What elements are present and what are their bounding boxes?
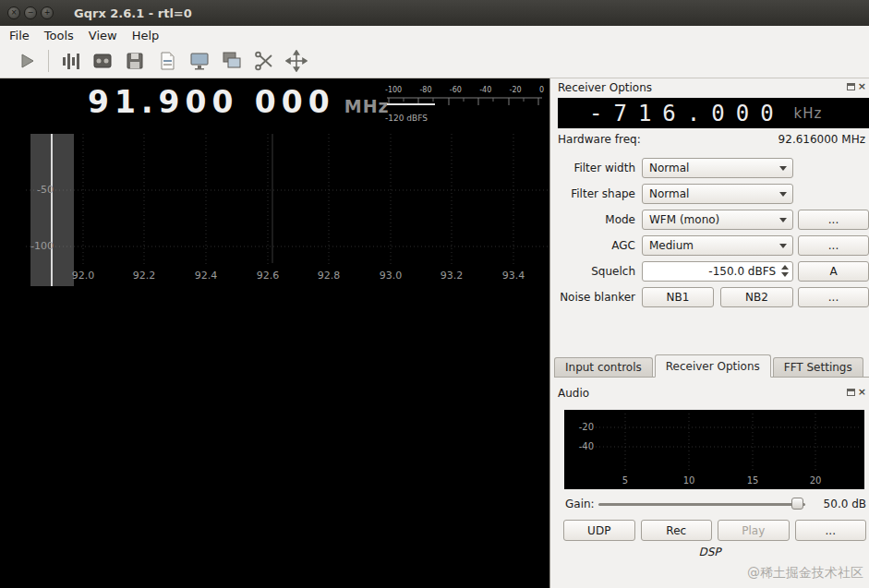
spectrum-grid bbox=[0, 134, 549, 286]
gain-row: Gain: 50.0 dB bbox=[565, 497, 866, 511]
squelch-label: Squelch bbox=[550, 265, 635, 278]
watermark: @稀土掘金技术社区 bbox=[747, 565, 863, 582]
maximize-button[interactable]: + bbox=[41, 6, 54, 19]
close-icon[interactable]: × bbox=[858, 82, 866, 90]
spectrum-plot[interactable]: -50 -100 92.0 92.2 92.4 92.6 92.8 93.0 9… bbox=[0, 134, 549, 286]
remote-control-button[interactable] bbox=[218, 48, 246, 74]
signal-meter-scale: -100 -80 -60 -40 -20 0 bbox=[385, 86, 544, 94]
mode-combo[interactable]: WFM (mono) bbox=[642, 210, 793, 230]
nb1-button[interactable]: NB1 bbox=[642, 287, 714, 307]
menubar: File Tools View Help bbox=[0, 26, 869, 44]
mode-value: WFM (mono) bbox=[649, 213, 719, 226]
filter-shape-combo[interactable]: Normal bbox=[642, 184, 793, 204]
udp-button[interactable]: UDP bbox=[563, 520, 635, 541]
offset-frequency-lcd[interactable]: -716.000 kHz bbox=[558, 98, 869, 128]
signal-meter: -100 -80 -60 -40 -20 0 -120 bbox=[385, 86, 544, 123]
tab-receiver-options[interactable]: Receiver Options bbox=[655, 354, 771, 378]
menu-view[interactable]: View bbox=[83, 27, 127, 44]
offset-frequency-unit: kHz bbox=[794, 105, 823, 122]
hardware-freq-row: Hardware freq: 92.616000 MHz bbox=[558, 133, 865, 146]
receiver-options-title: Receiver Options bbox=[558, 81, 652, 94]
chevron-down-icon bbox=[779, 192, 787, 197]
freq-tick-label: 92.6 bbox=[245, 270, 291, 282]
squelch-row: Squelch -150.0 dBFS A bbox=[550, 261, 869, 282]
mode-row: Mode WFM (mono) ... bbox=[550, 210, 869, 231]
freq-tick-label: 92.0 bbox=[60, 270, 106, 282]
slider-track[interactable] bbox=[598, 503, 805, 506]
agc-combo[interactable]: Medium bbox=[642, 235, 793, 256]
smeter-tick: 0 bbox=[539, 86, 544, 94]
window-title: Gqrx 2.6.1 - rtl=0 bbox=[74, 6, 192, 20]
screenshot-button[interactable] bbox=[186, 48, 213, 74]
slider-handle[interactable] bbox=[791, 498, 803, 510]
spinbox-arrows[interactable] bbox=[781, 265, 789, 277]
record-iq-button[interactable] bbox=[56, 48, 84, 74]
start-dsp-button[interactable] bbox=[13, 48, 41, 74]
noise-blanker-options-button[interactable]: ... bbox=[798, 287, 869, 307]
edit-button[interactable] bbox=[250, 48, 278, 74]
frequency-display[interactable]: 91.900 000 MHz bbox=[88, 84, 390, 120]
rec-button[interactable]: Rec bbox=[641, 520, 713, 541]
audio-options-button[interactable]: ... bbox=[795, 520, 867, 541]
hardware-freq-value: 92.616000 MHz bbox=[778, 133, 865, 146]
agc-options-button[interactable]: ... bbox=[798, 235, 869, 256]
squelch-spinbox[interactable]: -150.0 dBFS bbox=[642, 261, 793, 282]
filter-shape-row: Filter shape Normal bbox=[550, 184, 869, 205]
frequency-value[interactable]: 91.900 000 bbox=[88, 84, 335, 120]
close-button[interactable]: × bbox=[7, 6, 20, 19]
freq-tick-label: 93.0 bbox=[368, 270, 414, 282]
agc-label: AGC bbox=[550, 239, 635, 252]
close-icon: × bbox=[11, 9, 18, 17]
receiver-options-dock: Receiver Options × -716.000 kHz Hardware… bbox=[549, 78, 869, 588]
gqrx-window: × − + Gqrx 2.6.1 - rtl=0 File Tools View… bbox=[0, 0, 869, 588]
smeter-floor-label: -120 dBFS bbox=[385, 114, 544, 123]
audio-freq-tick: 15 bbox=[739, 475, 766, 486]
mode-options-button[interactable]: ... bbox=[798, 210, 869, 230]
nb2-button[interactable]: NB2 bbox=[720, 287, 793, 307]
receiver-dock-icons: × bbox=[847, 82, 866, 90]
audio-freq-tick: 5 bbox=[611, 475, 639, 486]
menu-help[interactable]: Help bbox=[127, 27, 169, 44]
toolbar-separator bbox=[48, 50, 49, 72]
filter-width-combo[interactable]: Normal bbox=[642, 158, 793, 178]
audio-spectrum: -20 -40 5 10 15 20 bbox=[564, 410, 864, 489]
filter-width-row: Filter width Normal bbox=[550, 158, 869, 179]
open-file-button[interactable] bbox=[89, 48, 116, 74]
float-icon[interactable] bbox=[847, 389, 855, 396]
close-icon[interactable]: × bbox=[858, 388, 866, 396]
tab-input-controls[interactable]: Input controls bbox=[554, 357, 653, 377]
smeter-tick: -60 bbox=[450, 86, 462, 94]
db-tick-label: -50 bbox=[17, 184, 54, 196]
float-icon[interactable] bbox=[847, 83, 855, 90]
filter-shape-label: Filter shape bbox=[550, 187, 635, 200]
waterfall-display[interactable] bbox=[0, 286, 549, 588]
audio-db-tick: -40 bbox=[572, 441, 594, 451]
spin-down-icon[interactable] bbox=[781, 272, 789, 277]
filter-width-label: Filter width bbox=[550, 162, 635, 174]
gain-slider[interactable] bbox=[598, 497, 805, 511]
save-button[interactable] bbox=[121, 48, 149, 74]
spin-up-icon[interactable] bbox=[781, 265, 789, 270]
freq-tick-label: 92.2 bbox=[121, 270, 167, 282]
chevron-down-icon bbox=[779, 244, 787, 248]
freq-tick-label: 93.4 bbox=[490, 270, 537, 282]
minimize-button[interactable]: − bbox=[24, 6, 37, 19]
tuning-line bbox=[51, 134, 53, 286]
offset-frequency-value[interactable]: -716.000 bbox=[589, 101, 785, 126]
frequency-display-row: 91.900 000 MHz -100 -80 -60 -40 -20 0 bbox=[0, 78, 549, 134]
gain-label: Gain: bbox=[565, 498, 598, 510]
tab-fft-settings[interactable]: FFT Settings bbox=[773, 357, 863, 377]
menu-tools[interactable]: Tools bbox=[39, 27, 83, 44]
fullscreen-button[interactable] bbox=[283, 48, 310, 74]
dock-tabbar: Input controls Receiver Options FFT Sett… bbox=[554, 354, 869, 378]
squelch-auto-button[interactable]: A bbox=[798, 261, 869, 282]
audio-freq-tick: 20 bbox=[802, 475, 829, 486]
menu-file[interactable]: File bbox=[4, 27, 39, 44]
minimize-icon: − bbox=[28, 9, 34, 17]
filter-width-value: Normal bbox=[649, 162, 689, 174]
smeter-tick: -40 bbox=[479, 86, 491, 94]
audio-title: Audio bbox=[558, 387, 589, 400]
frequency-unit: MHz bbox=[344, 96, 390, 116]
bookmarks-button[interactable] bbox=[153, 48, 181, 74]
chevron-down-icon bbox=[779, 166, 787, 171]
